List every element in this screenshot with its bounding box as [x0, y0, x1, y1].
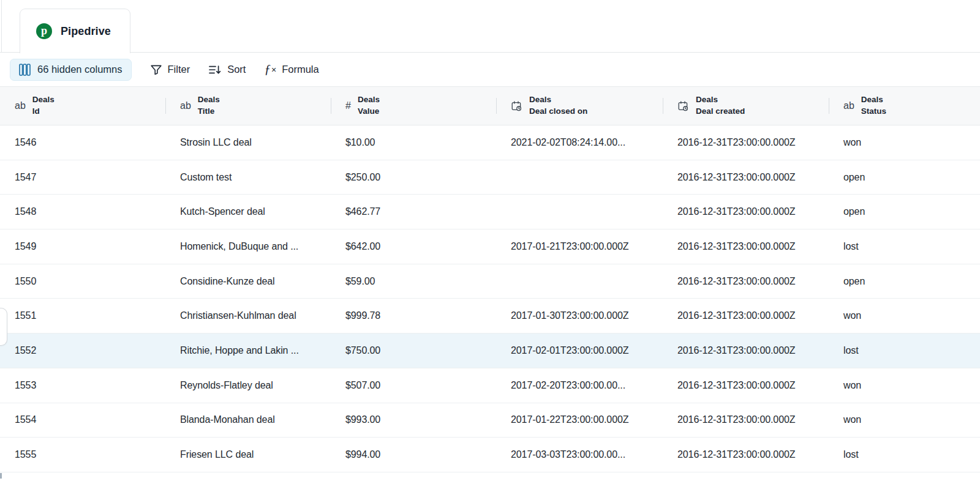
cell-deal-created[interactable]: 2016-12-31T23:00:00.000Z: [663, 206, 829, 217]
cell-deal-closed-on[interactable]: 2017-01-22T23:00:00.000Z: [496, 414, 663, 425]
table-row: 1547Custom test$250.002016-12-31T23:00:0…: [0, 160, 980, 195]
cell-id[interactable]: 1547: [0, 172, 165, 183]
cell-deal-closed-on[interactable]: 2017-03-03T23:00:00.00...: [496, 449, 663, 460]
header-cell-id[interactable]: abDealsId: [0, 87, 165, 125]
columns-icon: [19, 64, 31, 76]
cell-status[interactable]: lost: [829, 345, 980, 356]
cell-id[interactable]: 1553: [0, 380, 165, 391]
number-type-icon: #: [345, 101, 351, 111]
cell-value[interactable]: $994.00: [331, 449, 496, 460]
cell-title[interactable]: Considine-Kunze deal: [165, 276, 331, 287]
filter-button[interactable]: Filter: [150, 64, 190, 76]
cell-status[interactable]: won: [829, 137, 980, 148]
pipedrive-logo-icon: p: [36, 23, 52, 39]
formula-button[interactable]: ƒ× Formula: [264, 62, 318, 77]
hidden-columns-button[interactable]: 66 hidden columns: [10, 59, 132, 81]
formula-fx-icon: ƒ×: [264, 62, 276, 77]
calendar-clock-icon: [677, 100, 689, 112]
cell-deal-created[interactable]: 2016-12-31T23:00:00.000Z: [663, 241, 829, 252]
table-row: 1550Considine-Kunze deal$59.002016-12-31…: [0, 264, 980, 299]
cell-value[interactable]: $462.77: [331, 206, 496, 217]
cell-deal-closed-on[interactable]: 2017-02-20T23:00:00.00...: [496, 380, 663, 391]
sort-button[interactable]: Sort: [208, 64, 246, 76]
cell-deal-created[interactable]: 2016-12-31T23:00:00.000Z: [663, 449, 829, 460]
formula-label: Formula: [282, 64, 319, 75]
text-type-icon: ab: [180, 101, 191, 111]
cell-deal-created[interactable]: 2016-12-31T23:00:00.000Z: [663, 380, 829, 391]
table-body: 1546Strosin LLC deal$10.002021-02-02T08:…: [0, 125, 980, 472]
cell-deal-created[interactable]: 2016-12-31T23:00:00.000Z: [663, 345, 829, 356]
header-cell-status[interactable]: abDealsStatus: [829, 87, 980, 125]
cell-value[interactable]: $999.78: [331, 310, 496, 321]
table-row: 1554Blanda-Monahan deal$993.002017-01-22…: [0, 403, 980, 438]
cell-status[interactable]: open: [829, 206, 980, 217]
scrollbar-corner-tick: [0, 473, 2, 479]
header-label: DealsId: [32, 94, 55, 117]
tab-pipedrive[interactable]: p Pipedrive: [20, 9, 130, 53]
sort-label: Sort: [227, 64, 246, 75]
cell-id[interactable]: 1550: [0, 276, 165, 287]
header-cell-title[interactable]: abDealsTitle: [165, 87, 331, 125]
cell-value[interactable]: $59.00: [331, 276, 496, 287]
cell-deal-created[interactable]: 2016-12-31T23:00:00.000Z: [663, 310, 829, 321]
cell-title[interactable]: Reynolds-Flatley deal: [165, 380, 331, 391]
cell-title[interactable]: Kutch-Spencer deal: [165, 206, 331, 217]
cell-title[interactable]: Christiansen-Kuhlman deal: [165, 310, 331, 321]
cell-id[interactable]: 1554: [0, 414, 165, 425]
cell-deal-closed-on[interactable]: 2017-01-30T23:00:00.000Z: [496, 310, 663, 321]
cell-value[interactable]: $507.00: [331, 380, 496, 391]
cell-value[interactable]: $642.00: [331, 241, 496, 252]
tab-bar: p Pipedrive: [0, 0, 980, 53]
toolbar: 66 hidden columns Filter Sort ƒ× Formula: [0, 53, 980, 86]
cell-value[interactable]: $993.00: [331, 414, 496, 425]
cell-title[interactable]: Custom test: [165, 172, 331, 183]
filter-funnel-icon: [150, 64, 162, 76]
cell-id[interactable]: 1548: [0, 206, 165, 217]
cell-deal-created[interactable]: 2016-12-31T23:00:00.000Z: [663, 414, 829, 425]
header-cell-deal-closed-on[interactable]: DealsDeal closed on: [496, 87, 663, 125]
tab-bar-divider: [0, 52, 980, 53]
table-row: 1549Homenick, DuBuque and ...$642.002017…: [0, 229, 980, 264]
sort-icon: [208, 64, 222, 76]
cell-title[interactable]: Strosin LLC deal: [165, 137, 331, 148]
cell-deal-created[interactable]: 2016-12-31T23:00:00.000Z: [663, 137, 829, 148]
table-row: 1551Christiansen-Kuhlman deal$999.782017…: [0, 299, 980, 334]
table-row: 1552Ritchie, Hoppe and Lakin ...$750.002…: [0, 334, 980, 368]
cell-id[interactable]: 1549: [0, 241, 165, 252]
cell-deal-closed-on[interactable]: 2021-02-02T08:24:14.00...: [496, 137, 663, 148]
cell-value[interactable]: $10.00: [331, 137, 496, 148]
cell-status[interactable]: open: [829, 172, 980, 183]
header-label: DealsDeal closed on: [529, 94, 587, 117]
cell-status[interactable]: lost: [829, 449, 980, 460]
cell-id[interactable]: 1552: [0, 345, 165, 356]
cell-title[interactable]: Blanda-Monahan deal: [165, 414, 331, 425]
cell-status[interactable]: won: [829, 310, 980, 321]
cell-title[interactable]: Friesen LLC deal: [165, 449, 331, 460]
cell-status[interactable]: open: [829, 276, 980, 287]
header-cell-deal-created[interactable]: DealsDeal created: [663, 87, 829, 125]
cell-deal-closed-on[interactable]: 2017-02-01T23:00:00.000Z: [496, 345, 663, 356]
cell-status[interactable]: won: [829, 414, 980, 425]
cell-id[interactable]: 1546: [0, 137, 165, 148]
cell-value[interactable]: $250.00: [331, 172, 496, 183]
cell-title[interactable]: Ritchie, Hoppe and Lakin ...: [165, 345, 331, 356]
cell-value[interactable]: $750.00: [331, 345, 496, 356]
cell-id[interactable]: 1555: [0, 449, 165, 460]
text-type-icon: ab: [15, 101, 26, 111]
header-cell-value[interactable]: #DealsValue: [331, 87, 496, 125]
table-row: 1555Friesen LLC deal$994.002017-03-03T23…: [0, 438, 980, 472]
header-label: DealsValue: [358, 94, 380, 117]
filter-label: Filter: [168, 64, 190, 75]
table-row: 1553Reynolds-Flatley deal$507.002017-02-…: [0, 368, 980, 403]
cell-deal-created[interactable]: 2016-12-31T23:00:00.000Z: [663, 172, 829, 183]
header-label: DealsStatus: [861, 94, 886, 117]
cell-id[interactable]: 1551: [0, 310, 165, 321]
cell-status[interactable]: lost: [829, 241, 980, 252]
hidden-columns-label: 66 hidden columns: [37, 64, 123, 75]
cell-deal-closed-on[interactable]: 2017-01-21T23:00:00.000Z: [496, 241, 663, 252]
cell-status[interactable]: won: [829, 380, 980, 391]
pane-left-border: [1, 0, 2, 53]
row-drag-handle[interactable]: [0, 308, 7, 346]
cell-title[interactable]: Homenick, DuBuque and ...: [165, 241, 331, 252]
cell-deal-created[interactable]: 2016-12-31T23:00:00.000Z: [663, 276, 829, 287]
